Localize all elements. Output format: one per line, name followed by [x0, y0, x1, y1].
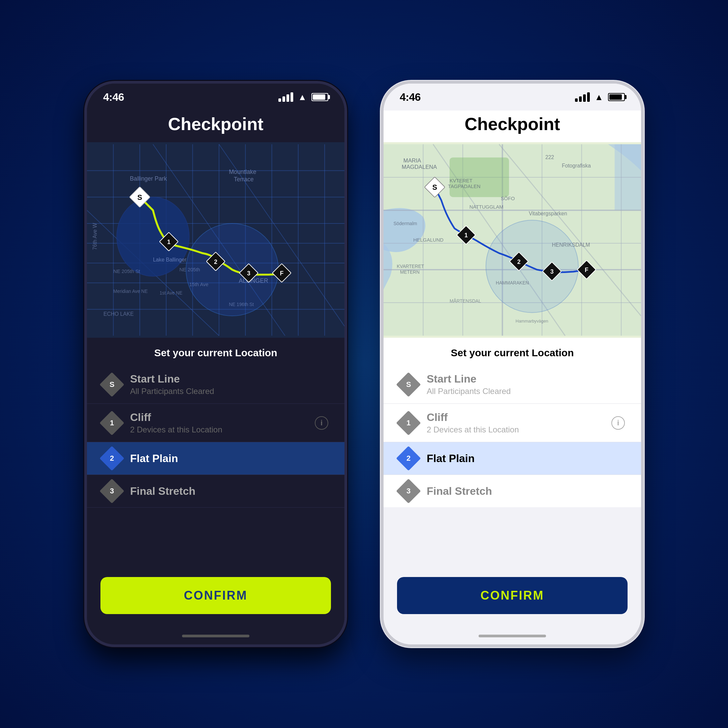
- map-dark[interactable]: Ballinger Park Mountlake Terrace 76th Av…: [87, 142, 344, 338]
- svg-text:Fotografiska: Fotografiska: [562, 163, 591, 168]
- cp-sub-1-light: 2 Devices at this Location: [427, 425, 602, 434]
- checkpoint-list-dark: S Start Line All Participants Cleared 1 …: [87, 366, 344, 570]
- cp-badge-3-dark: 3: [99, 479, 124, 503]
- svg-text:HAMMARAKEN: HAMMARAKEN: [496, 280, 529, 286]
- phone-dark: 4:46 ▲ Checkpoint: [84, 81, 347, 647]
- screen-dark: Checkpoint: [87, 110, 344, 627]
- svg-text:ALLINGER: ALLINGER: [239, 277, 268, 284]
- map-light[interactable]: MARIA MAGDALENA 222 Fotografiska KVTERET…: [384, 142, 641, 338]
- confirm-button-dark[interactable]: CONFIRM: [101, 577, 331, 614]
- svg-text:KVARTERET: KVARTERET: [397, 264, 424, 269]
- cp-sub-1-dark: 2 Devices at this Location: [130, 425, 305, 434]
- signal-icon-light: [575, 92, 590, 102]
- svg-text:S: S: [433, 184, 437, 191]
- battery-icon-light: [608, 93, 625, 101]
- cp-badge-1-dark: 1: [99, 410, 124, 436]
- svg-text:MAGDALENA: MAGDALENA: [402, 164, 437, 170]
- status-time-dark: 4:46: [103, 91, 124, 104]
- svg-text:1st Ave NE: 1st Ave NE: [159, 291, 182, 295]
- signal-icon: [278, 92, 293, 102]
- svg-text:3: 3: [247, 270, 251, 277]
- svg-text:Ballinger Park: Ballinger Park: [130, 175, 167, 182]
- app-title-light: Checkpoint: [400, 114, 625, 134]
- notch-dark: [172, 84, 260, 101]
- cp-sub-s-light: All Participants Cleared: [427, 387, 625, 396]
- bottom-panel-light: Set your current Location S Start Line A…: [384, 338, 641, 627]
- svg-text:15th Ave: 15th Ave: [190, 282, 209, 287]
- cp-text-s-light: Start Line All Participants Cleared: [427, 373, 625, 396]
- svg-text:HENRIKSDALM: HENRIKSDALM: [552, 242, 590, 248]
- cp-sub-s-dark: All Participants Cleared: [130, 387, 328, 396]
- cp-name-3-dark: Final Stretch: [130, 485, 328, 497]
- svg-text:F: F: [585, 267, 589, 273]
- svg-text:Mountlake: Mountlake: [229, 168, 257, 175]
- svg-text:NE 205th: NE 205th: [179, 267, 200, 272]
- checkpoint-item-cliff-dark[interactable]: 1 Cliff 2 Devices at this Location i: [87, 404, 344, 442]
- checkpoint-item-flatplain-light[interactable]: 2 Flat Plain: [384, 442, 641, 475]
- map-svg-dark: Ballinger Park Mountlake Terrace 76th Av…: [87, 142, 344, 338]
- checkpoint-item-flatplain-dark[interactable]: 2 Flat Plain: [87, 442, 344, 475]
- cp-name-s-dark: Start Line: [130, 373, 328, 385]
- cp-text-3-dark: Final Stretch: [130, 485, 328, 497]
- home-indicator-light: [384, 627, 641, 644]
- svg-text:KVTERET: KVTERET: [450, 178, 473, 184]
- home-indicator-dark: [87, 627, 344, 644]
- svg-text:NE 205th St: NE 205th St: [113, 269, 140, 274]
- status-icons-light: ▲: [575, 92, 625, 102]
- svg-text:1: 1: [167, 239, 171, 245]
- header-dark: Checkpoint: [87, 110, 344, 142]
- svg-text:Lake Ballinger: Lake Ballinger: [153, 257, 187, 263]
- svg-text:METERN: METERN: [400, 270, 420, 275]
- checkpoint-item-finalstretch-light[interactable]: 3 Final Stretch: [384, 475, 641, 507]
- svg-text:Vitabergsparken: Vitabergsparken: [529, 211, 567, 216]
- checkpoint-item-cliff-light[interactable]: 1 Cliff 2 Devices at this Location i: [384, 404, 641, 442]
- checkpoint-item-start-light[interactable]: S Start Line All Participants Cleared: [384, 366, 641, 404]
- screen-light: Checkpoint: [384, 110, 641, 627]
- svg-text:2: 2: [214, 258, 217, 265]
- cp-name-2-light: Flat Plain: [427, 452, 625, 465]
- info-icon-light[interactable]: i: [612, 416, 625, 430]
- info-icon-dark[interactable]: i: [315, 416, 328, 430]
- svg-text:NATTUGGLAM: NATTUGGLAM: [470, 204, 503, 210]
- cp-text-2-light: Flat Plain: [427, 452, 625, 465]
- cp-badge-1-light: 1: [396, 410, 421, 436]
- checkpoint-list-light: S Start Line All Participants Cleared 1 …: [384, 366, 641, 570]
- svg-text:ECHO LAKE: ECHO LAKE: [104, 311, 134, 317]
- svg-text:Terrace: Terrace: [234, 176, 254, 183]
- svg-text:Meridian Ave NE: Meridian Ave NE: [113, 289, 148, 294]
- confirm-button-light[interactable]: CONFIRM: [397, 577, 627, 614]
- location-prompt-dark: Set your current Location: [87, 338, 344, 366]
- svg-text:TAGPADALEN: TAGPADALEN: [448, 184, 480, 189]
- phone-light: 4:46 ▲ Checkpoint: [381, 81, 644, 647]
- home-bar-dark: [182, 635, 249, 637]
- svg-text:HELGALUND: HELGALUND: [413, 237, 444, 243]
- svg-text:MÅRTENSDAL: MÅRTENSDAL: [450, 298, 481, 304]
- cp-badge-s-dark: S: [99, 372, 124, 397]
- svg-point-61: [486, 220, 578, 312]
- cp-text-3-light: Final Stretch: [427, 485, 625, 497]
- svg-text:3: 3: [551, 268, 554, 275]
- svg-text:222: 222: [545, 154, 554, 160]
- bottom-panel-dark: Set your current Location S Start Line A…: [87, 338, 344, 627]
- cp-text-1-light: Cliff 2 Devices at this Location: [427, 411, 602, 434]
- svg-text:NE 196th St: NE 196th St: [229, 302, 254, 307]
- svg-text:F: F: [280, 270, 284, 277]
- svg-text:Hammarbyvägen: Hammarbyvägen: [515, 318, 548, 324]
- cp-name-2-dark: Flat Plain: [130, 452, 328, 465]
- svg-text:S: S: [138, 193, 142, 202]
- cp-text-1-dark: Cliff 2 Devices at this Location: [130, 411, 305, 434]
- wifi-icon-light: ▲: [595, 92, 603, 102]
- svg-rect-60: [450, 158, 509, 197]
- cp-name-3-light: Final Stretch: [427, 485, 625, 497]
- app-title-dark: Checkpoint: [103, 114, 328, 134]
- svg-text:2: 2: [517, 258, 521, 265]
- map-svg-light: MARIA MAGDALENA 222 Fotografiska KVTERET…: [384, 142, 641, 338]
- cp-badge-2-light: 2: [396, 446, 421, 471]
- cp-badge-3-light: 3: [396, 479, 421, 503]
- checkpoint-item-start-dark[interactable]: S Start Line All Participants Cleared: [87, 366, 344, 404]
- checkpoint-item-finalstretch-dark[interactable]: 3 Final Stretch: [87, 475, 344, 508]
- cp-name-s-light: Start Line: [427, 373, 625, 385]
- battery-icon: [311, 93, 328, 101]
- status-time-light: 4:46: [400, 91, 421, 104]
- svg-text:MARIA: MARIA: [404, 158, 422, 164]
